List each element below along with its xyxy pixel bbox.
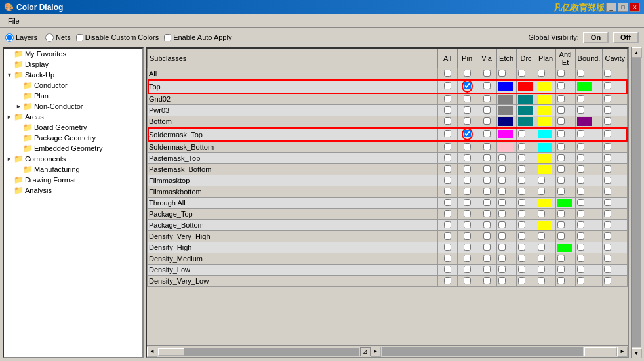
enable-auto-apply-checkbox[interactable] — [164, 34, 171, 41]
pin-cell[interactable] — [457, 105, 477, 116]
cell-checkbox[interactable] — [577, 106, 584, 114]
bound-color-cell[interactable] — [575, 209, 603, 220]
etch-color-cell[interactable] — [496, 265, 516, 276]
cell-checkbox[interactable] — [577, 143, 584, 150]
cell-checkbox[interactable] — [604, 199, 611, 206]
etch-color-cell[interactable] — [496, 175, 516, 186]
cell-checkbox[interactable] — [498, 188, 506, 195]
drc-color-cell[interactable] — [516, 220, 536, 231]
antiet-color-cell[interactable] — [555, 198, 575, 209]
plan-color-cell[interactable] — [536, 242, 555, 253]
pin-cell[interactable] — [457, 242, 477, 253]
tree-item[interactable]: ►📁Analysis — [4, 185, 142, 196]
tree-item[interactable]: ►📁Board Geometry — [4, 122, 142, 133]
via-cell[interactable] — [477, 209, 496, 220]
cell-checkbox[interactable] — [498, 70, 506, 77]
tree-item[interactable]: ►📁Embedded Geometry — [4, 143, 142, 154]
cell-checkbox[interactable] — [464, 165, 471, 173]
antiet-color-cell[interactable] — [555, 164, 575, 175]
plan-color-cell[interactable] — [536, 164, 555, 175]
scroll-right-button[interactable]: ► — [371, 347, 381, 357]
cell-checkbox[interactable] — [483, 177, 491, 184]
antiet-color-cell[interactable] — [555, 175, 575, 186]
via-cell[interactable] — [477, 164, 496, 175]
cell-checkbox[interactable] — [557, 232, 565, 240]
cell-checkbox[interactable] — [464, 199, 471, 206]
cell-checkbox[interactable] — [498, 165, 506, 173]
all-cell[interactable] — [437, 242, 457, 253]
tree-item[interactable]: ►📁Package Geometry — [4, 133, 142, 143]
cell-checkbox[interactable] — [498, 154, 506, 161]
cavity-color-cell[interactable] — [603, 242, 628, 253]
all-cell[interactable] — [437, 94, 457, 105]
all-cell[interactable] — [437, 198, 457, 209]
cavity-color-cell[interactable] — [603, 127, 628, 142]
via-cell[interactable] — [477, 68, 496, 79]
drc-color-cell[interactable] — [516, 198, 536, 209]
cell-checkbox[interactable] — [464, 266, 471, 273]
cell-checkbox[interactable] — [538, 266, 545, 273]
cell-checkbox[interactable] — [444, 95, 451, 102]
pin-cell[interactable] — [457, 231, 477, 242]
etch-color-cell[interactable] — [496, 164, 516, 175]
cell-checkbox[interactable] — [577, 70, 584, 77]
cell-checkbox[interactable] — [483, 165, 491, 173]
cell-checkbox[interactable] — [604, 95, 611, 102]
cell-checkbox[interactable] — [577, 277, 584, 284]
maximize-button[interactable]: □ — [618, 3, 628, 12]
pin-cell[interactable] — [457, 94, 477, 105]
cell-checkbox[interactable] — [604, 244, 611, 251]
plan-color-cell[interactable] — [536, 253, 555, 265]
via-cell[interactable] — [477, 105, 496, 116]
tree-item[interactable]: ►📁Conductor — [4, 80, 142, 91]
pin-cell[interactable] — [457, 186, 477, 198]
cell-checkbox[interactable] — [518, 165, 525, 173]
cell-checkbox[interactable] — [604, 277, 611, 284]
plan-color-cell[interactable] — [536, 68, 555, 79]
antiet-color-cell[interactable] — [555, 186, 575, 198]
via-cell[interactable] — [477, 242, 496, 253]
disable-custom-colors-label[interactable]: Disable Custom Colors — [76, 33, 159, 41]
via-cell[interactable] — [477, 153, 496, 164]
file-menu[interactable]: File — [3, 16, 25, 26]
cell-checkbox[interactable] — [483, 130, 491, 137]
cell-checkbox[interactable] — [604, 130, 611, 137]
cell-checkbox[interactable] — [577, 154, 584, 161]
plan-color-cell[interactable] — [536, 79, 555, 94]
antiet-color-cell[interactable] — [555, 116, 575, 127]
scroll-track-v[interactable] — [632, 58, 641, 347]
cell-checkbox[interactable] — [557, 255, 565, 262]
cell-checkbox[interactable] — [483, 232, 491, 240]
cell-checkbox[interactable] — [518, 143, 525, 150]
plan-color-cell[interactable] — [536, 209, 555, 220]
all-cell[interactable] — [437, 68, 457, 79]
drc-color-cell[interactable] — [516, 94, 536, 105]
pin-cell[interactable] — [457, 68, 477, 79]
plan-color-cell[interactable] — [536, 94, 555, 105]
cell-checkbox[interactable] — [604, 165, 611, 173]
pin-cell[interactable] — [457, 276, 477, 287]
etch-color-cell[interactable] — [496, 209, 516, 220]
cell-checkbox[interactable] — [577, 199, 584, 206]
close-button[interactable]: ✕ — [630, 3, 640, 12]
cell-checkbox[interactable] — [464, 70, 471, 77]
cell-checkbox[interactable] — [577, 221, 584, 228]
antiet-color-cell[interactable] — [555, 153, 575, 164]
drc-color-cell[interactable] — [516, 276, 536, 287]
antiet-color-cell[interactable] — [555, 142, 575, 153]
cell-checkbox[interactable] — [444, 210, 451, 217]
cavity-color-cell[interactable] — [603, 79, 628, 94]
enable-auto-apply-label[interactable]: Enable Auto Apply — [164, 33, 231, 41]
antiet-color-cell[interactable] — [555, 209, 575, 220]
scroll-up-button[interactable]: ▲ — [632, 47, 642, 58]
all-cell[interactable] — [437, 209, 457, 220]
cell-checkbox[interactable] — [538, 277, 545, 284]
etch-color-cell[interactable] — [496, 231, 516, 242]
pin-cell[interactable] — [457, 220, 477, 231]
cell-checkbox[interactable] — [444, 130, 451, 137]
all-cell[interactable] — [437, 220, 457, 231]
plan-color-cell[interactable] — [536, 220, 555, 231]
drc-color-cell[interactable] — [516, 116, 536, 127]
cell-checkbox[interactable] — [444, 70, 451, 77]
antiet-color-cell[interactable] — [555, 127, 575, 142]
